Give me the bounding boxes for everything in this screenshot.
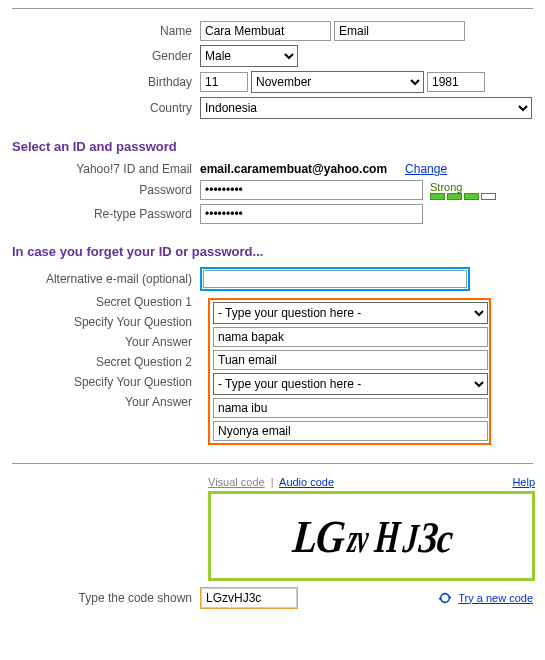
forgot-section-heading: In case you forget your ID or password..…: [12, 244, 533, 259]
try-new-code-link[interactable]: Try a new code: [458, 592, 533, 604]
secret-q2-label: Secret Question 2: [12, 355, 200, 369]
birth-day-input[interactable]: [200, 72, 248, 92]
gender-select[interactable]: Male: [200, 45, 298, 67]
country-label: Country: [12, 101, 200, 115]
birth-year-input[interactable]: [427, 72, 485, 92]
refresh-icon[interactable]: [438, 591, 452, 605]
yahoo-id-label: Yahoo!7 ID and Email: [12, 162, 200, 176]
specify-q2-label: Specify Your Question: [12, 375, 200, 389]
last-name-input[interactable]: [334, 21, 465, 41]
country-select[interactable]: Indonesia: [200, 97, 532, 119]
birth-month-select[interactable]: November: [251, 71, 424, 93]
help-link[interactable]: Help: [512, 476, 535, 488]
password-input[interactable]: [200, 180, 423, 200]
first-name-input[interactable]: [200, 21, 331, 41]
captcha-type-label: Type the code shown: [12, 591, 200, 605]
birthday-label: Birthday: [12, 75, 200, 89]
alt-email-label: Alternative e-mail (optional): [12, 272, 200, 286]
captcha-input[interactable]: [201, 588, 297, 608]
retype-password-input[interactable]: [200, 204, 423, 224]
alt-email-input[interactable]: [203, 270, 467, 288]
id-section-heading: Select an ID and password: [12, 139, 533, 154]
secret-q1-select[interactable]: - Type your question here -: [213, 302, 488, 324]
password-label: Password: [12, 183, 200, 197]
secret-q2-select[interactable]: - Type your question here -: [213, 373, 488, 395]
specify-q1-input[interactable]: [213, 327, 488, 347]
name-label: Name: [12, 24, 200, 38]
audio-code-link[interactable]: Audio code: [279, 476, 334, 488]
gender-label: Gender: [12, 49, 200, 63]
pipe-divider: |: [271, 476, 274, 488]
captcha-image: LGzvHJ3c: [215, 498, 531, 574]
visual-code-link[interactable]: Visual code: [208, 476, 265, 488]
change-link[interactable]: Change: [405, 162, 447, 176]
answer1-label: Your Answer: [12, 335, 200, 349]
specify-q2-input[interactable]: [213, 398, 488, 418]
answer2-label: Your Answer: [12, 395, 200, 409]
answer1-input[interactable]: [213, 350, 488, 370]
specify-q1-label: Specify Your Question: [12, 315, 200, 329]
answer2-input[interactable]: [213, 421, 488, 441]
retype-password-label: Re-type Password: [12, 207, 200, 221]
strength-meter: [430, 193, 496, 200]
secret-q1-label: Secret Question 1: [12, 295, 200, 309]
yahoo-email-value: email.caramembuat@yahoo.com: [200, 162, 387, 176]
strength-label: Strong: [430, 181, 462, 193]
